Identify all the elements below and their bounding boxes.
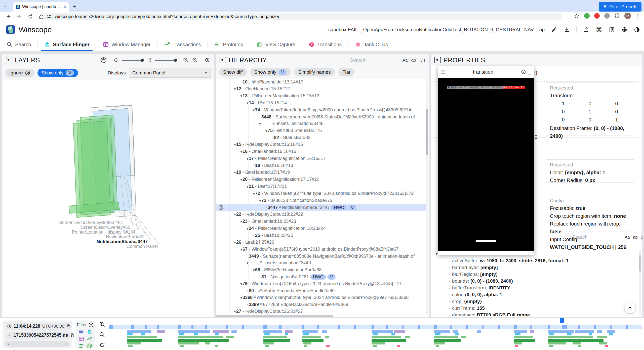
filter-sf-icon[interactable]	[87, 329, 92, 335]
trace-segment[interactable]	[578, 345, 581, 347]
zoom-out-icon[interactable]	[99, 332, 106, 338]
pin-icon[interactable]	[253, 178, 257, 181]
trace-segment[interactable]	[391, 333, 395, 335]
trace-segment[interactable]	[263, 342, 274, 344]
layer-label[interactable]: ScreenDecorOverlay#60	[81, 225, 130, 230]
trace-segment[interactable]	[213, 330, 229, 333]
property-leaf-color[interactable]: •color: (0, 0, 0), alpha: 1	[433, 291, 638, 298]
trace-segment[interactable]	[394, 330, 405, 333]
timeline-cursor-handle[interactable]	[560, 318, 564, 323]
extensions-puzzle-icon[interactable]	[614, 13, 620, 19]
show-diff-button[interactable]: Show diff	[219, 68, 247, 76]
hierarchy-node-12[interactable]: ▼12 - OneHanded:15:15#12	[216, 85, 427, 93]
minimize-icon[interactable]: _	[529, 69, 531, 75]
hierarchy-node-26[interactable]: ▼26 - Leaf:24:25#26	[216, 239, 427, 246]
download-icon[interactable]	[564, 27, 570, 33]
trace-segment[interactable]	[477, 330, 481, 333]
trace-segment[interactable]	[194, 333, 198, 335]
trace-segment[interactable]	[231, 330, 237, 333]
trace-segment[interactable]	[549, 333, 554, 335]
extension-icon-green[interactable]	[584, 13, 590, 19]
pin-icon[interactable]	[247, 310, 250, 313]
property-leaf-activeBuffer[interactable]: •activeBuffer: w: 1080, h: 2400, stride:…	[433, 257, 638, 264]
reset-zoom-icon[interactable]	[99, 342, 106, 348]
trace-segment[interactable]	[373, 345, 377, 347]
trace-segment[interactable]	[434, 342, 445, 344]
trace-segment[interactable]	[405, 336, 410, 338]
hierarchy-node-72[interactable]: ▼72 - WindowToken{a2746de type=2040 andr…	[216, 190, 427, 197]
match-word-icon[interactable]: ab	[633, 235, 638, 240]
trace-segment[interactable]	[597, 336, 607, 338]
trace-segment[interactable]	[599, 342, 607, 344]
scroll-to-top-button[interactable]	[624, 302, 636, 314]
url-text[interactable]: winscope.teams.x20web.corp.google.com/pr…	[55, 14, 279, 19]
trace-segment[interactable]	[302, 330, 318, 333]
trace-segment[interactable]	[435, 333, 440, 335]
hierarchy-horizontal-scrollbar[interactable]	[216, 315, 333, 317]
trace-segment[interactable]	[180, 345, 184, 347]
trace-segment[interactable]	[322, 330, 327, 333]
reload-icon[interactable]	[28, 14, 33, 19]
spacing-icon[interactable]	[146, 57, 152, 63]
pin-icon[interactable]	[253, 94, 257, 98]
trace-segment[interactable]	[263, 336, 287, 338]
hierarchy-node-15[interactable]: ▼15 - HideDisplayCutout:16:16#15	[216, 141, 427, 148]
trace-segment[interactable]	[372, 339, 406, 342]
hierarchy-node-75[interactable]: ▼75 - ed70f88 StatusBar#75	[216, 127, 427, 134]
hierarchy-node-21[interactable]: ▼21 - Leaf:17:17#21	[216, 183, 427, 190]
trace-segment[interactable]	[303, 333, 309, 335]
pin-icon[interactable]	[259, 303, 263, 307]
tab-view-capture[interactable]: View Capture	[250, 38, 302, 51]
trace-segment[interactable]	[575, 330, 594, 333]
trace-segment[interactable]	[263, 339, 290, 342]
pin-icon[interactable]	[253, 247, 257, 251]
hierarchy-node-14[interactable]: ▼14 - Leaf:15:15#14	[216, 100, 427, 107]
pin-icon[interactable]	[259, 289, 263, 293]
trace-segment[interactable]	[302, 336, 321, 338]
bookmark-star-icon[interactable]	[574, 13, 580, 19]
trace-segment[interactable]	[141, 333, 145, 335]
regex-icon[interactable]: (.*)	[419, 58, 425, 63]
trace-segment[interactable]	[597, 330, 602, 333]
pin-icon[interactable]	[272, 275, 275, 279]
hierarchy-node-80[interactable]: •80 - ace6abb SecondaryHomeHandle0#80	[216, 287, 427, 294]
pin-icon[interactable]	[259, 157, 263, 160]
ns-time-field[interactable]: 1715339054227572545 ns	[5, 332, 70, 339]
trace-segment[interactable]	[127, 336, 157, 338]
filter-wm-icon[interactable]	[78, 336, 84, 342]
previous-frame-icon[interactable]: ‹	[8, 342, 9, 346]
tab-transitions[interactable]: Transitions	[302, 38, 348, 51]
rotation-slider[interactable]	[122, 60, 143, 61]
hierarchy-node-10[interactable]: •10 - ImePlaceholder:13:14#10	[216, 79, 427, 85]
new-tab-button[interactable]: +	[72, 3, 76, 10]
hierarchy-node-20[interactable]: ▼20 - FullscreenMagnification:17:17#20	[216, 176, 427, 183]
trace-segment[interactable]	[567, 333, 572, 335]
layer-label[interactable]: PointerLocation - display 0#134	[72, 230, 135, 235]
tab-close-icon[interactable]: ✕	[63, 5, 66, 9]
trace-segment[interactable]	[548, 339, 604, 342]
trace-segment[interactable]	[434, 336, 458, 338]
trace-segment[interactable]	[179, 333, 184, 335]
drag-handle-icon[interactable]	[441, 69, 445, 75]
hierarchy-node-16[interactable]: ▼16 - OneHanded:16:16#16	[216, 148, 427, 155]
properties-search-input[interactable]	[572, 233, 621, 241]
visibility-eye-icon[interactable]	[218, 205, 224, 210]
hierarchy-node-73[interactable]: ▼73 - 8736138 NotificationShade#73	[216, 197, 427, 204]
tab-window-manager[interactable]: Window Manager	[96, 38, 157, 51]
filter-chart-icon[interactable]	[87, 336, 92, 342]
show-only-v-button[interactable]: Show only V	[37, 69, 78, 77]
trace-segment[interactable]	[548, 342, 566, 344]
hierarchy-node-3449[interactable]: ▼3449 - Surface(name=885b63e NavigationB…	[216, 253, 427, 267]
trace-segment[interactable]	[178, 342, 199, 344]
hierarchy-node-18[interactable]: •18 - Leaf:16:16#18	[216, 162, 427, 169]
collapse-panel-icon[interactable]	[434, 57, 441, 63]
trace-segment[interactable]	[514, 339, 535, 342]
expand-arrow-icon[interactable]: ▼	[252, 260, 259, 267]
trace-segment[interactable]	[530, 330, 534, 333]
ignore-button[interactable]: Ignore	[5, 69, 34, 77]
pin-icon[interactable]	[278, 206, 282, 209]
hierarchy-search-input[interactable]	[350, 56, 399, 64]
hierarchy-node-67[interactable]: ▼67 - WindowToken{e5176f9 type=2019 andr…	[216, 246, 427, 253]
trace-segment[interactable]	[607, 330, 615, 333]
trace-segment[interactable]	[453, 330, 458, 333]
